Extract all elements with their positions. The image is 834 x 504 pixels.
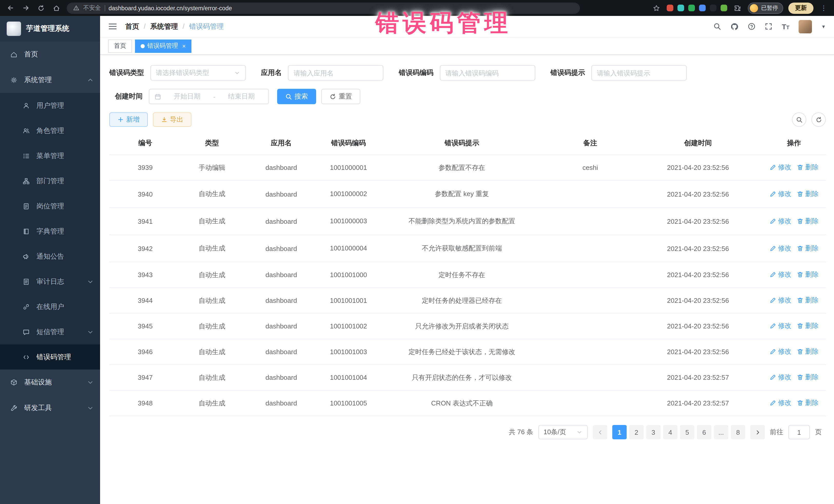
delete-link[interactable]: 删除 [796, 347, 819, 356]
cell-remark [547, 235, 634, 262]
close-icon[interactable]: × [182, 42, 186, 49]
sidebar-item-menu-management[interactable]: 菜单管理 [0, 143, 100, 168]
cell-id: 3940 [109, 180, 181, 207]
breadcrumb-item[interactable]: 系统管理 [150, 22, 178, 31]
sidebar-item-system-management[interactable]: 系统管理 [0, 67, 100, 93]
delete-link[interactable]: 删除 [796, 398, 819, 408]
update-button[interactable]: 更新 [788, 2, 813, 14]
edit-link[interactable]: 修改 [769, 216, 791, 225]
delete-link[interactable]: 删除 [796, 373, 819, 382]
page-size-select[interactable]: 10条/页 [539, 425, 588, 440]
reload-icon[interactable] [36, 3, 46, 13]
extension-icon[interactable] [678, 5, 684, 11]
sidebar-item-dept-management[interactable]: 部门管理 [0, 168, 100, 194]
delete-link[interactable]: 删除 [796, 243, 819, 253]
sidebar-toggle-icon[interactable] [108, 23, 117, 30]
pencil-icon [769, 297, 776, 304]
font-size-icon[interactable]: TT [782, 22, 789, 30]
sidebar-item-post-management[interactable]: 岗位管理 [0, 194, 100, 219]
extension-icon[interactable] [710, 5, 717, 11]
page-button-1[interactable]: 1 [612, 425, 627, 440]
github-icon[interactable] [730, 22, 739, 30]
edit-link[interactable]: 修改 [769, 322, 791, 331]
sidebar-item-role-management[interactable]: 角色管理 [0, 118, 100, 143]
cell-actions: 修改删除 [762, 235, 826, 262]
forward-icon[interactable] [21, 3, 31, 13]
tab-home[interactable]: 首页 [108, 39, 132, 52]
extension-icon[interactable] [688, 5, 695, 11]
sidebar-item-dev-tools[interactable]: 研发工具 [0, 395, 100, 421]
active-dot [140, 44, 145, 48]
extension-icon[interactable] [667, 5, 673, 11]
sidebar-item-home[interactable]: 首页 [0, 42, 100, 67]
edit-link[interactable]: 修改 [769, 270, 791, 280]
edit-link[interactable]: 修改 [769, 347, 791, 356]
delete-link[interactable]: 删除 [796, 216, 819, 225]
cell-code: 1001001002 [320, 313, 377, 339]
home-icon[interactable] [51, 3, 62, 13]
tab-label: 首页 [114, 42, 126, 50]
sidebar-item-infrastructure[interactable]: 基础设施 [0, 370, 100, 395]
edit-link[interactable]: 修改 [769, 296, 791, 305]
edit-link[interactable]: 修改 [769, 189, 791, 198]
edit-link[interactable]: 修改 [769, 243, 791, 253]
link-icon [23, 303, 31, 310]
extension-icon[interactable] [721, 5, 727, 11]
page-button-8[interactable]: 8 [731, 425, 745, 440]
date-range-picker[interactable]: 开始日期 - 结束日期 [149, 89, 269, 104]
export-button[interactable]: 导出 [153, 112, 192, 127]
page-button-5[interactable]: 5 [680, 425, 695, 440]
prev-page-button[interactable] [593, 425, 607, 440]
delete-link[interactable]: 删除 [796, 270, 819, 280]
bookmark-star-icon[interactable] [651, 3, 662, 13]
toggle-search-button[interactable] [792, 112, 806, 127]
url-bar[interactable]: 不安全 dashboard.yudao.iocoder.cn/system/er… [67, 2, 580, 14]
help-icon[interactable] [748, 23, 756, 30]
more-pages-button[interactable]: ... [714, 425, 728, 440]
refresh-button[interactable] [811, 112, 826, 127]
fullscreen-icon[interactable] [765, 23, 773, 30]
col-header-id: 编号 [109, 132, 181, 155]
menu-kebab-icon[interactable]: ⋮ [819, 3, 829, 13]
delete-link[interactable]: 删除 [796, 189, 819, 198]
extension-icon[interactable] [699, 5, 706, 11]
tab-error-code[interactable]: 错误码管理× [135, 39, 192, 52]
app-name-input[interactable] [288, 65, 383, 81]
delete-link[interactable]: 删除 [796, 322, 819, 331]
goto-page-input[interactable] [788, 425, 810, 440]
pagination: 共 76 条 10条/页 123456...8 前往 页 [109, 416, 826, 440]
search-button[interactable]: 搜索 [277, 89, 316, 104]
sidebar-item-audit-log[interactable]: 审计日志 [0, 269, 100, 294]
page-button-2[interactable]: 2 [629, 425, 643, 440]
delete-link[interactable]: 删除 [796, 163, 819, 172]
error-hint-input[interactable] [591, 65, 687, 81]
page-buttons: 123456...8 [612, 425, 745, 440]
page-button-6[interactable]: 6 [697, 425, 711, 440]
sidebar-item-sms-management[interactable]: 短信管理 [0, 319, 100, 344]
next-page-button[interactable] [750, 425, 765, 440]
logo-row[interactable]: 芋道管理系统 [0, 16, 100, 42]
profile-chip[interactable]: 已暂停 [748, 2, 783, 14]
edit-link[interactable]: 修改 [769, 398, 791, 408]
chevron-down-icon[interactable]: ▼ [821, 24, 826, 29]
back-icon[interactable] [5, 3, 15, 13]
search-icon[interactable] [714, 23, 721, 30]
edit-link[interactable]: 修改 [769, 163, 791, 172]
user-avatar[interactable] [798, 20, 812, 33]
breadcrumb-item[interactable]: 首页 [125, 22, 139, 31]
sidebar-item-notice[interactable]: 通知公告 [0, 244, 100, 269]
error-code-input[interactable] [440, 65, 535, 81]
sidebar-item-user-management[interactable]: 用户管理 [0, 93, 100, 118]
reset-button[interactable]: 重置 [321, 89, 360, 104]
extensions-puzzle-icon[interactable] [732, 3, 743, 13]
error-type-select[interactable]: 请选择错误码类型 [150, 65, 246, 81]
page-button-4[interactable]: 4 [663, 425, 678, 440]
cell-id: 3946 [109, 339, 181, 365]
edit-link[interactable]: 修改 [769, 373, 791, 382]
page-button-3[interactable]: 3 [646, 425, 660, 440]
delete-link[interactable]: 删除 [796, 296, 819, 305]
sidebar-item-online-users[interactable]: 在线用户 [0, 294, 100, 319]
add-button[interactable]: 新增 [109, 112, 148, 127]
sidebar-item-dict-management[interactable]: 字典管理 [0, 219, 100, 244]
sidebar-item-error-code-management[interactable]: 错误码管理 [0, 344, 100, 370]
